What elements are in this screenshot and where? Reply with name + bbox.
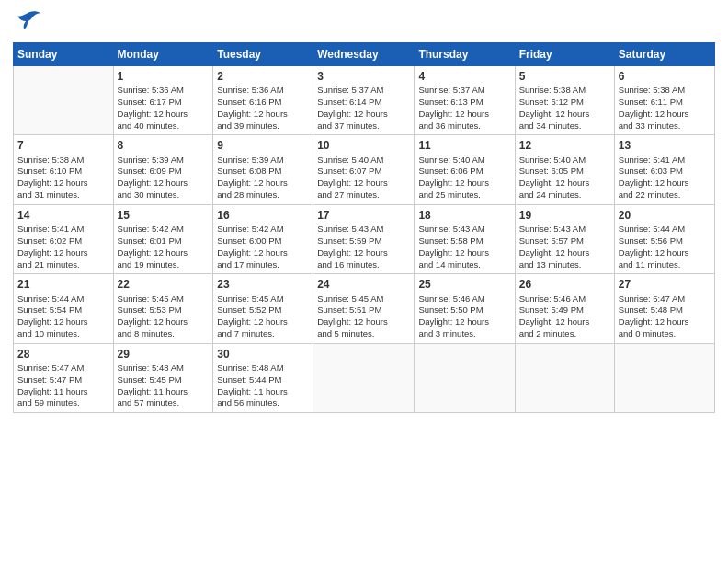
logo <box>13 9 46 35</box>
day-info: Sunrise: 5:47 AM <box>619 293 711 305</box>
day-number: 24 <box>317 277 410 292</box>
day-header-tuesday: Tuesday <box>213 43 313 66</box>
calendar-cell <box>614 343 714 412</box>
day-info: and 36 minutes. <box>418 121 510 132</box>
day-number: 7 <box>17 138 109 153</box>
day-info: Sunrise: 5:37 AM <box>317 85 410 97</box>
calendar-cell: 19Sunrise: 5:43 AMSunset: 5:57 PMDayligh… <box>515 204 614 273</box>
day-info: Daylight: 12 hours <box>418 316 510 328</box>
day-info: and 27 minutes. <box>317 190 410 201</box>
day-info: Daylight: 12 hours <box>118 178 210 190</box>
day-info: Daylight: 12 hours <box>217 247 309 259</box>
day-info: and 0 minutes. <box>619 328 711 340</box>
day-info: Sunset: 6:00 PM <box>217 236 309 247</box>
calendar-cell: 14Sunrise: 5:41 AMSunset: 6:02 PMDayligh… <box>14 204 114 273</box>
day-info: Daylight: 12 hours <box>118 109 210 121</box>
day-info: Sunrise: 5:43 AM <box>519 224 610 236</box>
calendar-cell: 5Sunrise: 5:38 AMSunset: 6:12 PMDaylight… <box>515 66 614 135</box>
day-info: Sunrise: 5:37 AM <box>418 85 510 97</box>
day-number: 26 <box>519 277 610 292</box>
calendar-cell: 9Sunrise: 5:39 AMSunset: 6:08 PMDaylight… <box>213 135 313 204</box>
day-info: Sunrise: 5:48 AM <box>118 362 210 374</box>
day-header-monday: Monday <box>113 43 213 66</box>
day-info: Sunrise: 5:43 AM <box>317 224 410 236</box>
day-info: Sunrise: 5:38 AM <box>17 155 109 167</box>
day-info: Sunset: 6:11 PM <box>619 97 711 109</box>
day-number: 17 <box>317 208 410 223</box>
day-info: and 5 minutes. <box>317 328 410 340</box>
day-number: 8 <box>118 138 210 153</box>
day-info: Sunrise: 5:44 AM <box>17 293 109 305</box>
day-info: Sunset: 5:53 PM <box>118 304 210 316</box>
day-info: Daylight: 12 hours <box>17 247 109 259</box>
calendar-cell: 12Sunrise: 5:40 AMSunset: 6:05 PMDayligh… <box>515 135 614 204</box>
day-info: and 59 minutes. <box>17 397 109 409</box>
calendar-cell: 8Sunrise: 5:39 AMSunset: 6:09 PMDaylight… <box>113 135 213 204</box>
day-info: and 34 minutes. <box>519 121 610 132</box>
calendar-page: SundayMondayTuesdayWednesdayThursdayFrid… <box>0 0 728 563</box>
calendar-cell: 25Sunrise: 5:46 AMSunset: 5:50 PMDayligh… <box>415 274 515 343</box>
calendar-table: SundayMondayTuesdayWednesdayThursdayFrid… <box>13 42 715 413</box>
day-header-thursday: Thursday <box>415 43 515 66</box>
day-number: 15 <box>118 208 210 223</box>
day-info: and 14 minutes. <box>418 259 510 271</box>
day-info: Sunset: 5:48 PM <box>619 304 711 316</box>
calendar-cell: 17Sunrise: 5:43 AMSunset: 5:59 PMDayligh… <box>313 204 415 273</box>
day-info: Sunset: 6:17 PM <box>118 97 210 109</box>
day-number: 27 <box>619 277 711 292</box>
calendar-cell: 11Sunrise: 5:40 AMSunset: 6:06 PMDayligh… <box>415 135 515 204</box>
day-info: and 17 minutes. <box>217 259 309 271</box>
calendar-cell: 22Sunrise: 5:45 AMSunset: 5:53 PMDayligh… <box>113 274 213 343</box>
day-number: 28 <box>17 347 109 362</box>
calendar-cell: 2Sunrise: 5:36 AMSunset: 6:16 PMDaylight… <box>213 66 313 135</box>
day-info: Sunrise: 5:45 AM <box>118 293 210 305</box>
day-info: Sunset: 6:05 PM <box>519 166 610 178</box>
day-info: and 30 minutes. <box>118 190 210 201</box>
calendar-cell: 7Sunrise: 5:38 AMSunset: 6:10 PMDaylight… <box>14 135 114 204</box>
day-info: Daylight: 12 hours <box>317 316 410 328</box>
calendar-cell: 21Sunrise: 5:44 AMSunset: 5:54 PMDayligh… <box>14 274 114 343</box>
day-info: Sunset: 5:50 PM <box>418 304 510 316</box>
day-info: Sunrise: 5:39 AM <box>118 155 210 167</box>
calendar-week-2: 7Sunrise: 5:38 AMSunset: 6:10 PMDaylight… <box>14 135 715 204</box>
day-info: Daylight: 12 hours <box>317 109 410 121</box>
day-info: and 16 minutes. <box>317 259 410 271</box>
calendar-cell <box>14 66 114 135</box>
calendar-week-4: 21Sunrise: 5:44 AMSunset: 5:54 PMDayligh… <box>14 274 715 343</box>
day-info: Daylight: 12 hours <box>118 316 210 328</box>
day-info: Sunset: 6:03 PM <box>619 166 711 178</box>
day-info: and 57 minutes. <box>118 397 210 409</box>
day-info: and 25 minutes. <box>418 190 510 201</box>
day-number: 2 <box>217 69 309 84</box>
day-info: and 28 minutes. <box>217 190 309 201</box>
calendar-cell: 29Sunrise: 5:48 AMSunset: 5:45 PMDayligh… <box>113 343 213 412</box>
day-info: Sunrise: 5:38 AM <box>519 85 610 97</box>
day-number: 18 <box>418 208 510 223</box>
day-info: Daylight: 12 hours <box>418 247 510 259</box>
calendar-cell: 23Sunrise: 5:45 AMSunset: 5:52 PMDayligh… <box>213 274 313 343</box>
day-info: Daylight: 11 hours <box>17 386 109 398</box>
day-info: and 56 minutes. <box>217 397 309 409</box>
calendar-cell: 13Sunrise: 5:41 AMSunset: 6:03 PMDayligh… <box>614 135 714 204</box>
day-info: Daylight: 11 hours <box>217 386 309 398</box>
day-info: Sunrise: 5:44 AM <box>619 224 711 236</box>
day-number: 11 <box>418 138 510 153</box>
day-info: Sunset: 5:49 PM <box>519 304 610 316</box>
day-number: 3 <box>317 69 410 84</box>
day-header-saturday: Saturday <box>614 43 714 66</box>
day-info: Daylight: 12 hours <box>317 247 410 259</box>
calendar-cell: 3Sunrise: 5:37 AMSunset: 6:14 PMDaylight… <box>313 66 415 135</box>
day-info: Sunset: 5:58 PM <box>418 236 510 247</box>
day-info: Sunset: 5:47 PM <box>17 374 109 386</box>
day-info: Sunrise: 5:42 AM <box>118 224 210 236</box>
day-info: Sunset: 6:06 PM <box>418 166 510 178</box>
calendar-week-1: 1Sunrise: 5:36 AMSunset: 6:17 PMDaylight… <box>14 66 715 135</box>
calendar-cell: 16Sunrise: 5:42 AMSunset: 6:00 PMDayligh… <box>213 204 313 273</box>
day-info: and 13 minutes. <box>519 259 610 271</box>
day-info: Sunset: 5:56 PM <box>619 236 711 247</box>
calendar-cell: 24Sunrise: 5:45 AMSunset: 5:51 PMDayligh… <box>313 274 415 343</box>
day-info: Sunset: 6:09 PM <box>118 166 210 178</box>
calendar-cell: 15Sunrise: 5:42 AMSunset: 6:01 PMDayligh… <box>113 204 213 273</box>
day-info: Sunset: 5:52 PM <box>217 304 309 316</box>
day-info: Daylight: 12 hours <box>519 109 610 121</box>
